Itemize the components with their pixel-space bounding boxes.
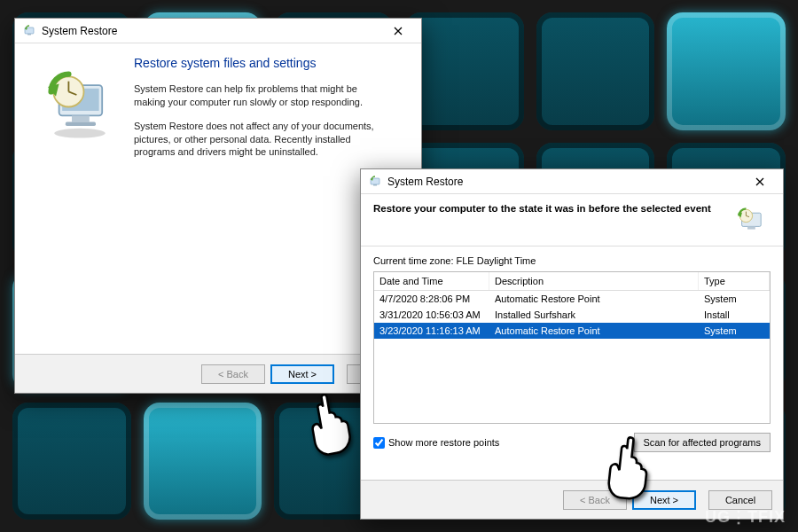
svg-rect-7: [66, 122, 96, 127]
select-heading: Restore your computer to the state it wa…: [373, 203, 732, 214]
show-more-checkbox-input[interactable]: [373, 437, 385, 449]
col-date[interactable]: Date and Time: [374, 272, 489, 290]
table-row[interactable]: 4/7/2020 8:28:06 PM Automatic Restore Po…: [374, 291, 770, 307]
system-restore-small-icon: [732, 203, 771, 239]
timezone-label: Current time zone: FLE Daylight Time: [373, 255, 771, 266]
close-button[interactable]: [380, 21, 416, 41]
col-description[interactable]: Description: [489, 272, 699, 290]
pointer-hand-icon: [301, 390, 355, 459]
titlebar[interactable]: System Restore: [15, 19, 421, 43]
restore-points-table[interactable]: Date and Time Description Type 4/7/2020 …: [373, 271, 771, 424]
next-button[interactable]: Next >: [270, 364, 334, 384]
show-more-label: Show more restore points: [388, 437, 499, 448]
table-header[interactable]: Date and Time Description Type: [374, 272, 770, 291]
system-restore-icon: [368, 175, 382, 189]
back-button: < Back: [201, 364, 265, 384]
window-title: System Restore: [387, 176, 742, 188]
close-button[interactable]: [742, 172, 778, 192]
svg-rect-6: [72, 115, 90, 121]
watermark: UG⋮TFIX: [705, 507, 786, 527]
pointer-hand-icon: [599, 433, 654, 504]
svg-rect-1: [27, 34, 31, 35]
intro-heading: Restore system files and settings: [134, 56, 405, 70]
show-more-checkbox[interactable]: Show more restore points: [373, 437, 499, 449]
close-icon: [394, 27, 403, 35]
intro-paragraph-2: System Restore does not affect any of yo…: [134, 120, 382, 160]
titlebar[interactable]: System Restore: [361, 169, 783, 194]
col-type[interactable]: Type: [699, 272, 770, 290]
table-row-selected[interactable]: 3/23/2020 11:16:13 AM Automatic Restore …: [374, 323, 770, 339]
svg-rect-13: [373, 184, 377, 186]
table-row[interactable]: 3/31/2020 10:56:03 AM Installed Surfshar…: [374, 307, 770, 323]
close-icon: [755, 177, 764, 186]
svg-rect-16: [747, 226, 755, 229]
svg-point-3: [54, 129, 106, 138]
intro-paragraph-1: System Restore can help fix problems tha…: [134, 82, 382, 109]
window-title: System Restore: [42, 25, 380, 37]
system-restore-icon: [22, 24, 36, 38]
system-restore-select-window: System Restore Restore your computer to …: [360, 168, 784, 520]
system-restore-large-icon: [40, 63, 120, 143]
